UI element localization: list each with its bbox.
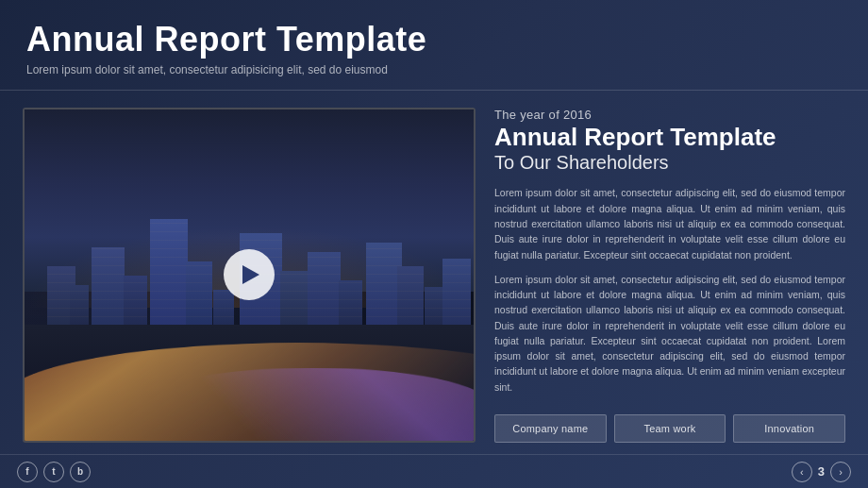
slide: Annual Report Template Lorem ipsum dolor… [0,0,868,488]
twitter-icon[interactable]: t [43,462,64,482]
social-icons: f t b [17,462,91,482]
play-button[interactable] [224,249,275,300]
page-number: 3 [818,464,825,479]
body-text-2: Lorem ipsum dolor sit amet, consectetur … [494,272,845,395]
report-title: Annual Report Template [494,124,845,152]
next-page-button[interactable]: › [830,462,851,482]
road-area [25,325,474,441]
innovation-button[interactable]: Innovation [733,414,845,443]
header-subtitle: Lorem ipsum dolor sit amet, consectetur … [26,63,842,76]
video-panel [23,108,476,443]
team-work-button[interactable]: Team work [614,414,726,443]
text-panel: The year of 2016 Annual Report Template … [494,108,845,443]
video-background [25,109,474,441]
body-text-1: Lorem ipsum dolor sit amet, consectetur … [494,185,845,261]
play-icon [242,265,259,284]
shareholders-title: To Our Shareholders [494,152,845,174]
footer: f t b ‹ 3 › [0,454,868,488]
bird-icon[interactable]: b [70,462,91,482]
header: Annual Report Template Lorem ipsum dolor… [0,0,868,91]
year-label: The year of 2016 [494,108,845,122]
pagination: ‹ 3 › [792,462,851,482]
page-title: Annual Report Template [26,21,842,59]
building-5 [150,219,188,342]
prev-page-button[interactable]: ‹ [792,462,812,482]
main-content: The year of 2016 Annual Report Template … [0,91,868,454]
bottom-buttons: Company name Team work Innovation [494,407,845,443]
company-name-button[interactable]: Company name [494,414,607,443]
facebook-icon[interactable]: f [17,462,38,482]
